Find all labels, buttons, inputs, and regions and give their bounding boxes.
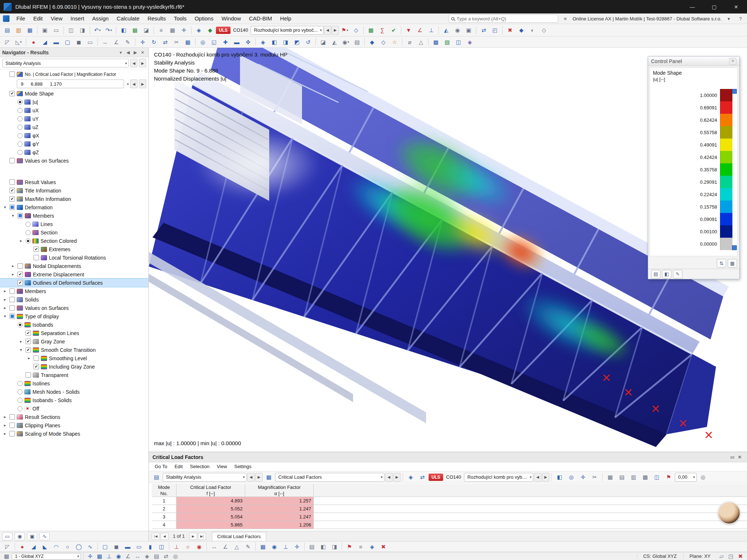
save-model-button[interactable]: ▦ — [24, 26, 35, 35]
checkbox-mode-shape[interactable]: ✔ — [9, 91, 15, 96]
menu-assign[interactable]: Assign — [88, 13, 113, 24]
snap-toggle-button[interactable]: ✛ — [86, 553, 94, 560]
member-hinge-button[interactable]: ◉ — [194, 542, 205, 551]
delete-results-button[interactable]: ✖ — [504, 26, 515, 35]
ortho-mode-button[interactable]: ⊥ — [280, 542, 291, 551]
analysis-prev-button[interactable]: ◀ — [247, 473, 255, 482]
data-navigator-tab[interactable]: ▭ — [2, 532, 12, 540]
radio-uy[interactable] — [18, 116, 23, 121]
relations-button[interactable]: ◧ — [554, 472, 565, 482]
rotate-button[interactable]: ↻ — [148, 37, 159, 47]
expand-closed-icon[interactable]: ▸ — [2, 289, 8, 293]
radio-off[interactable] — [18, 406, 23, 411]
checkbox-members-deformation[interactable] — [18, 213, 23, 218]
checkbox-solids[interactable] — [9, 297, 15, 302]
block-library-button[interactable]: ◨ — [329, 542, 340, 551]
dim-elevation-button[interactable]: △ — [231, 542, 242, 551]
tree-item-transparent[interactable]: Transparent — [0, 371, 148, 379]
chevron-down-icon[interactable]: ▾ — [127, 82, 129, 86]
tree-item-uy[interactable]: uY — [0, 114, 148, 123]
draw-column-button[interactable]: ▮ — [145, 542, 156, 551]
table-view-3-button[interactable]: ▥ — [628, 472, 639, 482]
list-entities-button[interactable]: ≡ — [355, 542, 366, 551]
expand-open-icon[interactable]: ▾ — [2, 205, 8, 210]
supports-button[interactable]: ⊥ — [426, 26, 437, 35]
checkbox-outlines-of-deformed-surfaces[interactable]: ✔ — [18, 280, 23, 285]
checkbox-clf-header[interactable] — [9, 71, 15, 77]
checkbox-smoothing-level[interactable] — [34, 355, 39, 361]
table-next-button[interactable]: ▶ — [393, 473, 400, 482]
isometric-view-button[interactable]: ◈ — [258, 37, 268, 47]
tree-item-clipping-planes[interactable]: ▸Clipping Planes — [0, 421, 148, 429]
checkbox-result-sections[interactable] — [9, 414, 15, 420]
radio-phi-x[interactable] — [18, 133, 23, 138]
grid-button[interactable]: ▦ — [167, 26, 178, 35]
tree-item-outlines-of-deformed-surfaces[interactable]: ✔Outlines of Deformed Surfaces — [0, 279, 148, 287]
table-row[interactable]: 1 4.893 1.257 — [152, 497, 747, 505]
draw-line-button[interactable]: ◢ — [28, 542, 39, 551]
select-objects-button[interactable]: ◸ — [2, 37, 13, 47]
menu-edit[interactable]: Edit — [29, 13, 47, 24]
table-select-button[interactable]: ▦ — [263, 472, 274, 482]
coordinate-values-button[interactable]: ✛ — [577, 472, 588, 482]
analysis-type-combo[interactable]: Stability Analysis ▾ — [2, 59, 129, 67]
sync-toggle-button[interactable]: ⇄ — [162, 553, 170, 560]
search-values-button[interactable]: ◎ — [566, 472, 577, 482]
maximize-button[interactable]: ▢ — [703, 0, 725, 13]
panel-close-icon[interactable]: ✕ — [736, 455, 743, 460]
panel-menu-view[interactable]: View — [213, 462, 231, 471]
view-x-button[interactable]: ◧ — [269, 37, 280, 47]
radio-u-abs[interactable] — [18, 100, 23, 105]
draw-node-button[interactable]: ● — [17, 542, 28, 551]
support-hinged-button[interactable]: ○ — [182, 542, 193, 551]
tree-item-title-information[interactable]: ✔Title Information — [0, 186, 148, 195]
navigator-close-icon[interactable]: ✕ — [139, 50, 146, 55]
snap-grid-button[interactable]: ▦ — [258, 542, 268, 551]
cut-values-button[interactable]: ✂ — [589, 472, 600, 482]
draw-ellipse-button[interactable]: ◯ — [73, 542, 84, 551]
render-wireframe-button[interactable]: ◇ — [378, 37, 389, 47]
checkbox-local-torsional-rotations[interactable] — [34, 255, 39, 260]
camera-view-button[interactable]: ▣ — [463, 26, 474, 35]
table-view-4-button[interactable]: ▩ — [640, 472, 651, 482]
render-solid-button[interactable]: ◆ — [367, 37, 378, 47]
tree-item-phi-y[interactable]: φY — [0, 140, 148, 148]
view-y-button[interactable]: ◨ — [280, 37, 291, 47]
result-diagram-button[interactable]: ◫ — [453, 37, 464, 47]
undo-button[interactable]: ↶▾ — [92, 26, 103, 35]
guide-lines-button[interactable]: ≡ — [156, 26, 167, 35]
tree-item-isobands-solids[interactable]: Isobands - Solids — [0, 396, 148, 404]
close-button[interactable]: ✕ — [725, 0, 747, 13]
render-mode-button[interactable]: ◆ — [516, 26, 527, 35]
table-row[interactable]: 4 5.865 1.206 — [152, 521, 747, 529]
screenshot-button[interactable]: ◨ — [77, 26, 88, 35]
panel-options-icon[interactable]: ▾ — [724, 15, 733, 23]
radio-lines[interactable] — [26, 222, 31, 227]
group-objects-button[interactable]: ◧ — [318, 542, 329, 551]
dimension-button[interactable]: ↔ — [100, 37, 111, 47]
tree-item-nodal-displacements[interactable]: ▸Nodal Displacements — [0, 262, 148, 270]
table-row[interactable]: 2 5.052 1.247 — [152, 505, 747, 513]
visibility-button[interactable]: ◉ — [452, 26, 463, 35]
table-combo[interactable]: Critical Load Factors▾ — [275, 473, 384, 482]
link-model-button[interactable]: ⇄ — [478, 26, 489, 35]
checkbox-scaling-of-mode-shapes[interactable] — [9, 431, 15, 436]
load-combination-combo[interactable]: Rozhodující komb pro vyboč...▾ — [251, 26, 324, 35]
menu-options[interactable]: Options — [190, 13, 217, 24]
new-line-button[interactable]: ◢ — [39, 37, 50, 47]
menu-tools[interactable]: Tools — [170, 13, 190, 24]
checkbox-smooth-color-transition[interactable]: ✔ — [26, 347, 31, 353]
tree-item-mesh-nodes-solids[interactable]: Mesh Nodes - Solids — [0, 388, 148, 396]
panel-menu-selection[interactable]: Selection — [186, 462, 213, 471]
annotation-button[interactable]: ✎ — [122, 37, 133, 47]
tree-item-values-on-surfaces[interactable]: ▸Values on Surfaces — [0, 304, 148, 312]
tree-item-members[interactable]: ▸Members — [0, 287, 148, 295]
tree-item-including-gray-zone[interactable]: ✔Including Gray Zone — [0, 362, 148, 371]
panel-combo-prev-button[interactable]: ◀ — [534, 473, 541, 482]
panel-menu-settings[interactable]: Settings — [231, 462, 255, 471]
menu-calculate[interactable]: Calculate — [113, 13, 144, 24]
table-tab[interactable]: Critical Load Factors — [212, 532, 266, 541]
calculate-all-button[interactable]: ∑ — [377, 26, 388, 35]
prev-page-button[interactable]: ◀ — [160, 533, 169, 540]
radio-ux[interactable] — [18, 108, 23, 113]
